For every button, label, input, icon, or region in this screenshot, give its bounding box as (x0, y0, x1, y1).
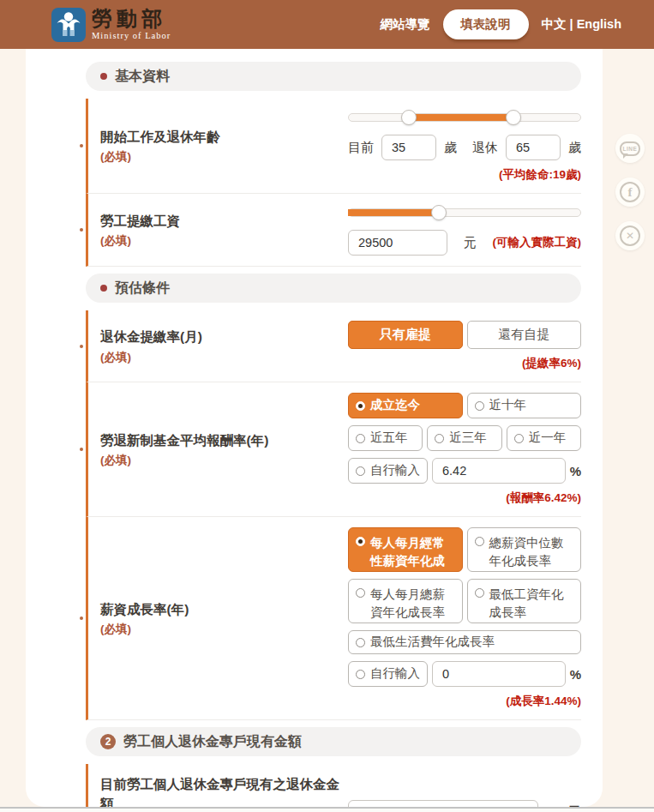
section-account-balance: 2 勞工個人退休金專戶現有金額 (86, 727, 581, 756)
percent-unit: % (570, 464, 581, 478)
slider-fill (409, 114, 513, 121)
row-current-balance: 目前勞工個人退休金專戶現有之退休金金額 (實際金額至勞保局E化服務系統查詢) (… (86, 764, 581, 812)
option-since-inception[interactable]: 成立迄今 (348, 393, 463, 418)
estimate-conditions-group: 退休金提繳率(月) (必填) 只有雇提 還有自提 (提繳率6%) 勞退新制基金平… (86, 310, 581, 720)
age-unit: 歲 (444, 140, 457, 156)
mol-logo-icon (51, 8, 86, 42)
option-minimum-wage-growth[interactable]: 最低工資年化成長率 (467, 579, 582, 623)
row-salary-growth-rate: 薪資成長率(年) (必填) 每人每月經常性薪資年化成長率 總薪資中位數年化成長率 (86, 517, 581, 720)
age-row-label: 開始工作及退休年齡 (100, 127, 339, 147)
option-minimum-living-cost-growth[interactable]: 最低生活費年化成長率 (348, 630, 581, 654)
return-rate-note: (報酬率6.42%) (348, 490, 581, 506)
retire-age-label: 退休 (472, 140, 498, 156)
radio-icon (475, 588, 484, 598)
option-custom-growth-rate[interactable]: 自行輸入 (348, 661, 428, 687)
required-badge: (必填) (100, 453, 339, 468)
nav-sitemap[interactable]: 網站導覽 (381, 16, 430, 33)
wage-row-label: 勞工提繳工資 (100, 211, 339, 231)
wage-slider-handle[interactable] (431, 205, 447, 220)
radio-icon (356, 434, 365, 443)
radio-icon (475, 401, 484, 411)
row-contribution-wage: 勞工提繳工資 (必填) 元 (可輸入實際工資) (86, 194, 581, 267)
custom-growth-rate-input[interactable] (432, 661, 566, 687)
age-range-slider[interactable] (348, 113, 581, 122)
top-header: 勞動部 Ministry of Labor 網站導覽 填表說明 中文 | Eng… (0, 0, 654, 49)
nav-language-toggle[interactable]: 中文 | English (542, 16, 621, 33)
row-work-retire-age: 開始工作及退休年齡 (必填) 目前 歲 退休 (86, 99, 581, 194)
option-custom-return-rate[interactable]: 自行輸入 (348, 458, 428, 484)
age-unit: 歲 (568, 140, 581, 156)
option-employer-only[interactable]: 只有雇提 (348, 321, 463, 349)
pension-calculator-card: 基本資料 開始工作及退休年齡 (必填) 目前 (26, 49, 603, 807)
row-contribution-rate: 退休金提繳率(月) (必填) 只有雇提 還有自提 (提繳率6%) (86, 310, 581, 382)
row-fund-return-rate: 勞退新制基金平均報酬率(年) (必填) 成立迄今 近十年 (86, 382, 581, 517)
required-badge: (必填) (100, 149, 339, 165)
radio-icon (435, 434, 444, 443)
section-title: 預估條件 (115, 280, 170, 298)
life-expectancy-note: (平均餘命:19歲) (348, 167, 581, 183)
contribution-rate-note: (提繳率6%) (348, 356, 581, 371)
custom-return-rate-input[interactable] (432, 458, 566, 484)
wage-input[interactable] (348, 230, 447, 256)
retire-age-input[interactable] (506, 135, 561, 160)
section-ring-icon (100, 285, 107, 292)
ministry-subtitle: Ministry of Labor (92, 32, 171, 41)
radio-icon (514, 434, 524, 443)
section-number-icon: 2 (100, 734, 116, 749)
current-age-slider-handle[interactable] (401, 110, 417, 125)
option-last-3-years[interactable]: 近三年 (427, 425, 501, 451)
return-rate-row-label: 勞退新制基金平均報酬率(年) (100, 430, 339, 450)
contribution-row-label: 退休金提繳率(月) (100, 327, 339, 346)
retire-age-slider-handle[interactable] (506, 110, 521, 125)
facebook-icon: f (620, 182, 640, 202)
radio-icon (356, 670, 365, 679)
radio-icon (356, 638, 365, 647)
option-regular-salary-growth[interactable]: 每人每月經常性薪資年化成長率 (348, 527, 463, 572)
option-median-salary-growth[interactable]: 總薪資中位數年化成長率 (467, 527, 582, 572)
radio-icon (356, 588, 365, 598)
radio-icon (356, 466, 365, 476)
radio-icon (356, 401, 365, 411)
wage-note: (可輸入實際工資) (493, 235, 582, 250)
close-share-button[interactable]: ✕ (615, 221, 645, 250)
option-last-10-years[interactable]: 近十年 (467, 393, 582, 418)
radio-icon (356, 537, 365, 546)
salary-growth-row-label: 薪資成長率(年) (100, 599, 339, 619)
percent-unit: % (570, 667, 581, 682)
required-badge: (必填) (100, 350, 339, 365)
close-icon: ✕ (620, 226, 640, 246)
slider-fill (348, 209, 439, 216)
growth-rate-note: (成長率1.44%) (348, 694, 581, 709)
option-with-self-contribution[interactable]: 還有自提 (467, 321, 582, 349)
account-balance-group: 目前勞工個人退休金專戶現有之退休金金額 (實際金額至勞保局E化服務系統查詢) (… (86, 764, 581, 812)
required-badge: (必填) (100, 622, 339, 637)
required-badge: (必填) (100, 233, 339, 249)
radio-icon (475, 537, 484, 546)
current-age-label: 目前 (348, 140, 374, 156)
ministry-title: 勞動部 (92, 9, 171, 29)
facebook-share-button[interactable]: f (615, 177, 645, 207)
option-last-5-years[interactable]: 近五年 (348, 425, 423, 451)
section-ring-icon (100, 73, 107, 80)
section-basic-info: 基本資料 (86, 62, 581, 91)
wage-slider[interactable] (348, 208, 581, 217)
nav-form-instructions[interactable]: 填表說明 (443, 9, 529, 39)
share-toolbar: LINE f ✕ (615, 134, 645, 250)
section-title: 勞工個人退休金專戶現有金額 (123, 733, 302, 751)
section-estimate-conditions: 預估條件 (86, 274, 581, 303)
current-age-input[interactable] (381, 135, 436, 160)
wage-unit: 元 (464, 235, 477, 251)
option-last-1-year[interactable]: 近一年 (507, 425, 581, 451)
bottom-strip (0, 809, 654, 812)
option-total-salary-growth[interactable]: 每人每月總薪資年化成長率 (348, 579, 463, 623)
header-nav: 網站導覽 填表說明 中文 | English (381, 9, 621, 39)
line-icon: LINE (620, 141, 640, 156)
basic-info-group: 開始工作及退休年齡 (必填) 目前 歲 退休 (86, 99, 581, 267)
line-share-button[interactable]: LINE (615, 134, 645, 163)
section-title: 基本資料 (115, 68, 170, 86)
mol-logo[interactable]: 勞動部 Ministry of Labor (51, 8, 381, 42)
